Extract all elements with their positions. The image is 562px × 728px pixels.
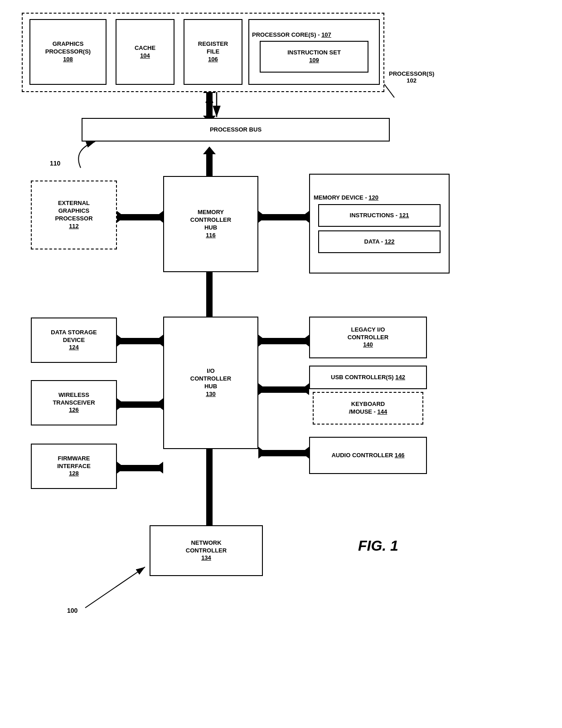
external-graphics-label: EXTERNALGRAPHICSPROCESSOR bbox=[55, 200, 92, 223]
network-controller-ref: 134 bbox=[201, 554, 211, 562]
usb-controller-box: USB CONTROLLER(S) 142 bbox=[309, 366, 427, 389]
keyboard-mouse-label: KEYBOARD/MOUSE - 144 bbox=[349, 401, 388, 416]
ref-110-label: 110 bbox=[50, 160, 60, 167]
memory-controller-hub-label: MEMORYCONTROLLERHUB bbox=[190, 209, 231, 232]
data-storage-box: DATA STORAGEDEVICE 124 bbox=[31, 318, 117, 363]
svg-marker-27 bbox=[155, 462, 163, 474]
network-controller-box: NETWORKCONTROLLER 134 bbox=[150, 525, 263, 576]
svg-rect-22 bbox=[117, 338, 163, 344]
processor-bus-label: PROCESSOR BUS bbox=[210, 126, 262, 134]
legacy-io-ref: 140 bbox=[363, 341, 373, 349]
wireless-transceiver-ref: 126 bbox=[69, 406, 79, 414]
external-graphics-ref: 112 bbox=[69, 223, 79, 230]
io-controller-hub-ref: 130 bbox=[206, 391, 216, 398]
svg-rect-28 bbox=[117, 465, 163, 471]
instruction-set-label: INSTRUCTION SET bbox=[287, 49, 341, 57]
processor-core-box: PROCESSOR CORE(S) - 107 INSTRUCTION SET … bbox=[248, 19, 380, 85]
svg-rect-40 bbox=[206, 449, 213, 525]
svg-marker-14 bbox=[258, 211, 266, 223]
svg-marker-23 bbox=[117, 398, 125, 410]
memory-controller-hub-box: MEMORYCONTROLLERHUB 116 bbox=[163, 176, 258, 272]
legacy-io-label: LEGACY I/OCONTROLLER bbox=[348, 326, 388, 342]
svg-marker-11 bbox=[117, 211, 125, 223]
io-controller-hub-label: I/OCONTROLLERHUB bbox=[190, 367, 231, 391]
diagram: GRAPHICS PROCESSOR(S) 108 CACHE 104 REGI… bbox=[0, 0, 562, 728]
processor-bus-box: PROCESSOR BUS bbox=[82, 118, 390, 142]
svg-marker-33 bbox=[301, 383, 309, 395]
graphics-processor-box: GRAPHICS PROCESSOR(S) 108 bbox=[29, 19, 107, 85]
external-graphics-box: EXTERNALGRAPHICSPROCESSOR 112 bbox=[31, 181, 117, 249]
usb-controller-label: USB CONTROLLER(S) 142 bbox=[331, 374, 405, 381]
wireless-transceiver-label: WIRELESSTRANSCEIVER bbox=[53, 391, 95, 407]
register-file-ref: 106 bbox=[208, 56, 218, 64]
instructions-label: INSTRUCTIONS - 121 bbox=[350, 212, 409, 220]
legacy-io-box: LEGACY I/OCONTROLLER 140 bbox=[309, 317, 427, 358]
processor-core-label: PROCESSOR CORE(S) - 107 bbox=[252, 31, 331, 39]
memory-device-label: MEMORY DEVICE - 120 bbox=[314, 194, 378, 202]
ref-100-label: 100 bbox=[67, 607, 78, 614]
firmware-interface-ref: 128 bbox=[69, 470, 79, 478]
instructions-box: INSTRUCTIONS - 121 bbox=[318, 204, 441, 227]
memory-device-box: MEMORY DEVICE - 120 INSTRUCTIONS - 121 D… bbox=[309, 174, 450, 274]
svg-rect-31 bbox=[258, 338, 309, 344]
svg-rect-34 bbox=[258, 386, 309, 393]
svg-line-41 bbox=[85, 567, 145, 608]
data-box: DATA - 122 bbox=[318, 230, 441, 253]
svg-marker-35 bbox=[258, 447, 266, 459]
memory-controller-hub-ref: 116 bbox=[206, 232, 216, 239]
data-label: DATA - 122 bbox=[364, 238, 395, 246]
svg-marker-29 bbox=[258, 335, 266, 347]
svg-rect-10 bbox=[206, 154, 213, 176]
io-controller-hub-box: I/OCONTROLLERHUB 130 bbox=[163, 317, 258, 449]
data-storage-label: DATA STORAGEDEVICE bbox=[51, 329, 97, 344]
audio-controller-box: AUDIO CONTROLLER 146 bbox=[309, 437, 427, 474]
cache-ref: 104 bbox=[140, 52, 150, 60]
audio-controller-label: AUDIO CONTROLLER 146 bbox=[331, 452, 404, 459]
register-file-label: REGISTERFILE bbox=[198, 40, 228, 56]
instruction-set-box: INSTRUCTION SET 109 bbox=[260, 41, 368, 73]
arrows-svg bbox=[0, 0, 562, 728]
register-file-box: REGISTERFILE 106 bbox=[184, 19, 242, 85]
svg-rect-16 bbox=[258, 214, 309, 220]
svg-rect-37 bbox=[258, 450, 309, 456]
svg-marker-30 bbox=[301, 335, 309, 347]
svg-marker-24 bbox=[155, 398, 163, 410]
svg-marker-8 bbox=[203, 147, 216, 154]
svg-marker-20 bbox=[117, 335, 125, 347]
svg-marker-32 bbox=[258, 383, 266, 395]
svg-rect-19 bbox=[206, 272, 213, 317]
firmware-interface-box: FIRMWAREINTERFACE 128 bbox=[31, 444, 117, 489]
cache-box: CACHE 104 bbox=[116, 19, 174, 85]
processors-102-label: PROCESSOR(S)102 bbox=[389, 70, 434, 84]
wireless-transceiver-box: WIRELESSTRANSCEIVER 126 bbox=[31, 380, 117, 425]
fig-1-label: FIG. 1 bbox=[358, 537, 398, 554]
network-controller-label: NETWORKCONTROLLER bbox=[186, 539, 227, 555]
data-storage-ref: 124 bbox=[69, 344, 79, 352]
graphics-processor-label: GRAPHICS PROCESSOR(S) bbox=[30, 40, 106, 56]
svg-marker-21 bbox=[155, 335, 163, 347]
svg-rect-25 bbox=[117, 401, 163, 408]
svg-marker-15 bbox=[301, 211, 309, 223]
svg-marker-36 bbox=[301, 447, 309, 459]
svg-rect-7 bbox=[206, 93, 213, 116]
svg-marker-12 bbox=[155, 211, 163, 223]
svg-marker-26 bbox=[117, 462, 125, 474]
firmware-interface-label: FIRMWAREINTERFACE bbox=[57, 455, 91, 470]
graphics-processor-ref: 108 bbox=[63, 56, 73, 64]
keyboard-mouse-box: KEYBOARD/MOUSE - 144 bbox=[313, 392, 423, 425]
svg-rect-13 bbox=[117, 214, 163, 220]
instruction-set-ref: 109 bbox=[309, 57, 319, 64]
cache-label: CACHE bbox=[135, 44, 155, 52]
